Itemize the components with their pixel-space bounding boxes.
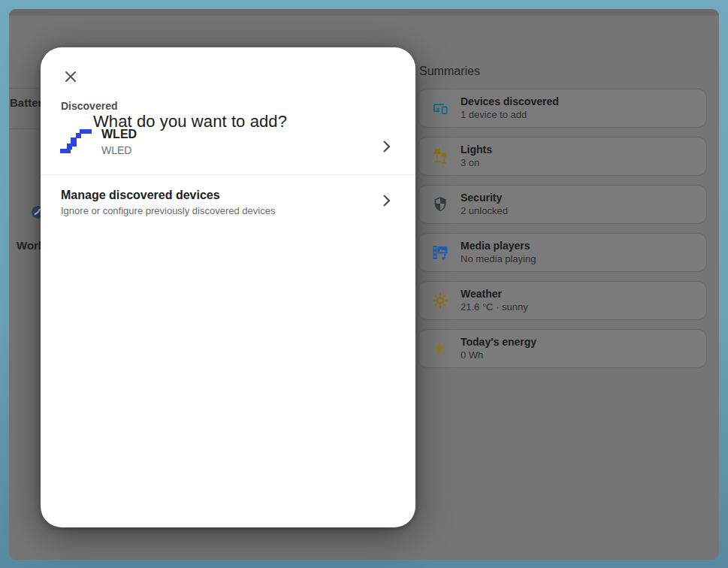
wled-logo-icon xyxy=(59,128,92,162)
manage-row-subtitle: Ignore or configure previously discovere… xyxy=(61,205,275,216)
close-icon xyxy=(62,68,79,85)
summary-card-title: Weather xyxy=(461,289,528,300)
lamps-icon xyxy=(431,147,449,165)
summary-card-subtitle: No media playing xyxy=(461,254,536,264)
add-device-dialog: What do you want to add? Discovered WLED… xyxy=(41,47,415,527)
app-header-bar xyxy=(9,9,719,16)
chevron-right-icon xyxy=(378,192,394,209)
summary-card-lights[interactable]: Lights3 on xyxy=(418,137,707,176)
summary-card-today-s-energy[interactable]: Today's energy0 Wh xyxy=(418,329,707,368)
chevron-right-icon xyxy=(378,138,394,155)
summary-card-subtitle: 3 on xyxy=(461,158,492,168)
close-dialog-button[interactable] xyxy=(60,66,81,87)
media-icon xyxy=(431,243,449,261)
summary-card-subtitle: 0 Wh xyxy=(461,350,536,361)
summary-card-title: Today's energy xyxy=(461,337,536,348)
summary-card-subtitle: 21.6 °C · sunny xyxy=(461,302,528,313)
summary-card-security[interactable]: Security2 unlocked xyxy=(418,185,707,224)
device-integration-name: WLED xyxy=(101,144,131,156)
summary-card-title: Media players xyxy=(461,240,536,252)
manage-discovered-devices-row[interactable]: Manage discovered devices Ignore or conf… xyxy=(41,175,415,226)
summary-card-devices-discovered[interactable]: Devices discovered1 device to add xyxy=(418,89,707,128)
summaries-heading: Summaries xyxy=(419,65,480,78)
shield-icon xyxy=(431,195,449,213)
summary-card-subtitle: 2 unlocked xyxy=(461,206,508,216)
summary-card-media-players[interactable]: Media playersNo media playing xyxy=(418,233,707,272)
sun-icon xyxy=(431,292,449,310)
discovered-section-label: Discovered xyxy=(61,100,117,112)
summary-card-title: Lights xyxy=(461,144,492,156)
summary-card-subtitle: 1 device to add xyxy=(461,110,559,120)
summary-card-weather[interactable]: Weather21.6 °C · sunny xyxy=(418,281,707,320)
summary-card-title: Security xyxy=(461,192,508,204)
device-name: WLED xyxy=(101,128,137,141)
bolt-icon xyxy=(431,340,449,358)
summary-card-title: Devices discovered xyxy=(461,96,559,107)
discovered-device-row-wled[interactable]: WLED WLED xyxy=(41,121,415,172)
devices-icon xyxy=(431,99,449,117)
manage-row-title: Manage discovered devices xyxy=(61,189,220,202)
